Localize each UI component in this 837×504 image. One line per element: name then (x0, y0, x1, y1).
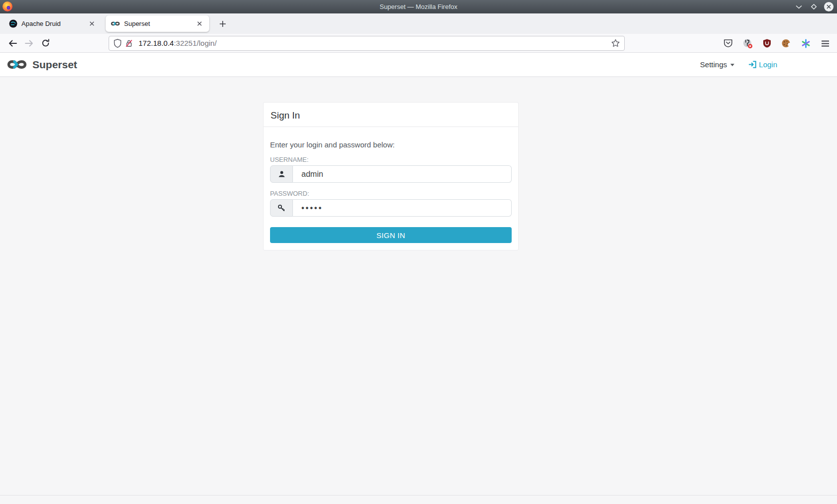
chevron-down-icon (730, 64, 734, 66)
insecure-lock-icon[interactable] (125, 39, 133, 47)
window-controls (794, 0, 834, 13)
brand-text: Superset (32, 59, 77, 71)
footer-divider (0, 495, 837, 496)
superset-navbar: Superset Settings Login (0, 53, 837, 77)
tab-close-icon[interactable] (194, 19, 204, 29)
login-link[interactable]: Login (748, 60, 777, 69)
signin-card: Sign In Enter your login and password be… (263, 102, 519, 251)
page-content: Sign In Enter your login and password be… (0, 77, 837, 504)
username-label: USERNAME: (270, 156, 512, 163)
pocket-icon[interactable] (722, 37, 734, 49)
card-title: Sign In (271, 110, 511, 121)
url-text: 172.18.0.4:32251/login/ (139, 39, 611, 47)
tab-close-icon[interactable] (87, 19, 97, 29)
settings-label: Settings (700, 60, 727, 69)
ublock-origin-icon[interactable] (761, 37, 773, 49)
card-body: Enter your login and password below: USE… (264, 127, 518, 250)
username-input[interactable] (293, 165, 512, 183)
sign-in-icon (748, 61, 756, 68)
reload-icon[interactable] (38, 36, 53, 51)
window-close-icon[interactable] (824, 2, 834, 11)
tracking-shield-icon[interactable] (114, 39, 122, 48)
url-bar[interactable]: 172.18.0.4:32251/login/ (109, 36, 625, 51)
window-title: Superset — Mozilla Firefox (0, 0, 837, 13)
window-minimize-icon[interactable] (794, 2, 803, 11)
url-path: :32251/login/ (174, 39, 217, 47)
superset-brand[interactable]: Superset (6, 59, 77, 71)
tab-apache-druid[interactable]: Apache Druid (4, 15, 102, 32)
back-icon[interactable] (5, 36, 20, 51)
url-host: 172.18.0.4 (139, 39, 174, 47)
password-input-group (270, 199, 512, 217)
browser-nav-toolbar: 172.18.0.4:32251/login/ (0, 34, 837, 53)
tab-title: Apache Druid (21, 20, 87, 27)
key-icon (270, 199, 293, 217)
toolbar-extensions (722, 34, 831, 53)
superset-favicon-icon (111, 21, 120, 26)
sign-in-button[interactable]: SIGN IN (270, 227, 512, 243)
forward-icon[interactable] (21, 36, 36, 51)
login-label: Login (759, 60, 777, 69)
navbar-right: Settings Login (700, 53, 777, 76)
password-label: PASSWORD: (270, 190, 512, 197)
settings-menu[interactable]: Settings (700, 60, 734, 69)
consent-asterisk-icon[interactable] (800, 37, 812, 49)
superset-logo-icon (6, 59, 27, 70)
user-icon (270, 165, 293, 183)
password-input[interactable] (293, 199, 512, 217)
tab-title: Superset (124, 20, 194, 27)
bookmark-star-icon[interactable] (611, 39, 620, 47)
window-titlebar: Superset — Mozilla Firefox (0, 0, 837, 13)
cookie-icon[interactable] (780, 37, 792, 49)
tab-superset[interactable]: Superset (106, 15, 209, 32)
form-instruction: Enter your login and password below: (270, 140, 512, 149)
browser-tab-strip: Apache Druid Superset (0, 13, 837, 34)
card-header: Sign In (264, 103, 518, 127)
username-input-group (270, 165, 512, 183)
extension-disabled-icon[interactable] (741, 37, 753, 49)
window-maximize-icon[interactable] (809, 2, 818, 11)
new-tab-icon[interactable] (216, 17, 229, 30)
druid-favicon-icon (9, 19, 17, 28)
menu-hamburger-icon[interactable] (819, 37, 831, 49)
